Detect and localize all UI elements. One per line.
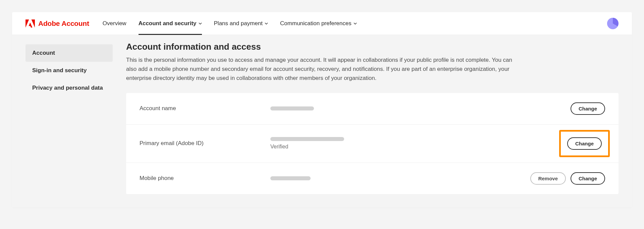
chevron-down-icon: [354, 22, 357, 25]
remove-mobile-button[interactable]: Remove: [530, 172, 566, 185]
row-actions: Remove Change: [530, 172, 605, 185]
row-label: Account name: [140, 105, 270, 112]
nav-comm-prefs[interactable]: Communication preferences: [280, 12, 357, 35]
primary-nav: Overview Account and security Plans and …: [103, 12, 607, 35]
account-info-card: Account name Change Primary email (Adobe…: [126, 93, 619, 194]
page-description: This is the personal information you use…: [126, 55, 522, 83]
user-avatar[interactable]: [607, 18, 619, 29]
chevron-down-icon: [265, 22, 268, 25]
row-value: [270, 176, 530, 180]
row-account-name: Account name Change: [126, 93, 619, 124]
redacted-value: [270, 137, 344, 141]
sidebar-item-label: Account: [32, 50, 55, 56]
main-content: Account information and access This is t…: [126, 42, 619, 194]
row-primary-email: Primary email (Adobe ID) Verified Change: [126, 124, 619, 163]
redacted-value: [270, 176, 311, 180]
content-body: Account Sign-in and security Privacy and…: [12, 35, 632, 208]
chevron-down-icon: [199, 22, 202, 25]
nav-plans-payment[interactable]: Plans and payment: [214, 12, 268, 35]
row-value: [270, 106, 571, 110]
page-title: Account information and access: [126, 42, 619, 52]
nav-account-security[interactable]: Account and security: [139, 12, 202, 35]
nav-account-security-label: Account and security: [139, 20, 197, 27]
sidebar-item-account[interactable]: Account: [25, 44, 113, 62]
brand[interactable]: Adobe Account: [25, 19, 89, 28]
row-value: Verified: [270, 137, 564, 150]
email-status: Verified: [270, 144, 564, 150]
nav-plans-payment-label: Plans and payment: [214, 20, 263, 27]
nav-comm-prefs-label: Communication preferences: [280, 20, 352, 27]
top-nav: Adobe Account Overview Account and secur…: [12, 12, 632, 35]
row-mobile-phone: Mobile phone Remove Change: [126, 163, 619, 194]
change-mobile-button[interactable]: Change: [571, 172, 605, 185]
sidebar-item-privacy[interactable]: Privacy and personal data: [25, 79, 113, 97]
page-container: Adobe Account Overview Account and secur…: [12, 12, 632, 208]
sidebar-item-signin-security[interactable]: Sign-in and security: [25, 62, 113, 79]
row-label: Mobile phone: [140, 175, 270, 182]
row-label: Primary email (Adobe ID): [140, 140, 270, 147]
sidebar-item-label: Privacy and personal data: [32, 85, 103, 91]
redacted-value: [270, 106, 314, 110]
row-actions: Change: [571, 102, 605, 115]
sidebar: Account Sign-in and security Privacy and…: [25, 42, 113, 194]
change-primary-email-button[interactable]: Change: [567, 137, 602, 150]
nav-overview-label: Overview: [103, 20, 126, 27]
nav-overview[interactable]: Overview: [103, 12, 126, 35]
brand-text: Adobe Account: [38, 19, 89, 28]
change-account-name-button[interactable]: Change: [571, 102, 605, 115]
adobe-logo-icon: [25, 19, 35, 28]
sidebar-item-label: Sign-in and security: [32, 67, 87, 74]
row-actions: Change: [564, 134, 605, 153]
